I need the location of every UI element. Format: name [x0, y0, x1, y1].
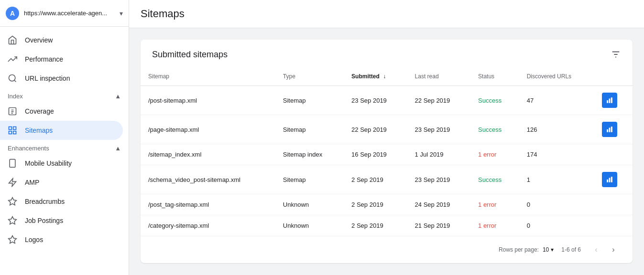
cell-status: Success	[470, 86, 519, 115]
sidebar-overview-label: Overview	[25, 36, 53, 44]
sidebar-dropdown-icon[interactable]: ▾	[120, 10, 123, 17]
rows-per-page-value: 10	[543, 246, 549, 253]
col-actions	[594, 67, 633, 86]
phone-icon	[8, 159, 17, 168]
sidebar-item-performance[interactable]: Performance	[0, 50, 123, 69]
card-header: Submitted sitemaps	[141, 40, 633, 67]
svg-rect-6	[13, 131, 16, 134]
main-content: Sitemaps Submitted sitemaps Sitemap	[129, 0, 644, 275]
next-page-button[interactable]: ›	[606, 242, 621, 257]
svg-rect-21	[611, 127, 612, 132]
sidebar-section-index[interactable]: Index ▲	[0, 88, 129, 102]
cell-type: Sitemap	[275, 86, 344, 115]
page-title: Sitemaps	[141, 8, 185, 20]
prev-page-button[interactable]: ‹	[589, 242, 604, 257]
sidebar-performance-label: Performance	[25, 55, 63, 63]
cell-submitted: 2 Sep 2019	[344, 215, 407, 236]
col-submitted[interactable]: Submitted ↓	[344, 67, 407, 86]
cell-actions	[594, 194, 633, 215]
cell-type: Sitemap	[275, 165, 344, 194]
cell-submitted: 2 Sep 2019	[344, 194, 407, 215]
cell-actions	[594, 115, 633, 144]
cell-last-read: 24 Sep 2019	[407, 194, 470, 215]
rows-per-page: Rows per page: 10 ▾	[499, 246, 554, 253]
sidebar-logos-label: Logos	[25, 236, 43, 243]
svg-rect-7	[10, 159, 15, 168]
table-row: /category-sitemap.xml Unknown 2 Sep 2019…	[141, 215, 633, 236]
chart-button[interactable]	[602, 93, 617, 108]
cell-last-read: 22 Sep 2019	[407, 86, 470, 115]
table-row: /sitemap_index.xml Sitemap index 16 Sep …	[141, 144, 633, 165]
cell-actions	[594, 165, 633, 194]
table-row: /post_tag-sitemap.xml Unknown 2 Sep 2019…	[141, 194, 633, 215]
sidebar-item-mobile-usability[interactable]: Mobile Usability	[0, 154, 123, 173]
cell-status: Success	[470, 115, 519, 144]
sidebar-item-job-postings[interactable]: Job Postings	[0, 211, 123, 230]
enhancements-section-label: Enhancements	[8, 145, 49, 152]
svg-rect-3	[9, 127, 12, 130]
svg-rect-19	[607, 129, 608, 132]
page-nav: ‹ ›	[589, 242, 621, 257]
svg-line-1	[14, 80, 16, 82]
sidebar-coverage-label: Coverage	[25, 107, 54, 115]
col-sitemap: Sitemap	[141, 67, 275, 86]
cell-actions	[594, 215, 633, 236]
cell-last-read: 23 Sep 2019	[407, 165, 470, 194]
cell-status: 1 error	[470, 215, 519, 236]
sidebar-item-amp[interactable]: AMP	[0, 173, 123, 192]
cell-submitted: 2 Sep 2019	[344, 165, 407, 194]
pagination: Rows per page: 10 ▾ 1-6 of 6 ‹ ›	[141, 236, 633, 263]
sidebar: A https://www.accelerate-agen... ▾ Overv…	[0, 0, 129, 275]
document-icon	[8, 106, 17, 116]
sidebar-item-coverage[interactable]: Coverage	[0, 102, 123, 121]
sidebar-url-inspection-label: URL inspection	[25, 74, 70, 82]
col-status: Status	[470, 67, 519, 86]
sidebar-item-url-inspection[interactable]: URL inspection	[0, 69, 123, 88]
sidebar-item-overview[interactable]: Overview	[0, 31, 123, 50]
cell-type: Sitemap	[275, 115, 344, 144]
rows-dropdown-icon: ▾	[551, 246, 554, 253]
svg-marker-9	[9, 179, 16, 187]
cell-discovered-urls: 1	[519, 165, 594, 194]
svg-rect-5	[9, 131, 12, 134]
sidebar-mobile-usability-label: Mobile Usability	[25, 159, 72, 167]
breadcrumbs-icon	[8, 197, 17, 206]
sidebar-item-sitemaps[interactable]: Sitemaps	[0, 121, 123, 140]
chart-button[interactable]	[602, 122, 617, 137]
cell-submitted: 23 Sep 2019	[344, 86, 407, 115]
sidebar-item-breadcrumbs[interactable]: Breadcrumbs	[0, 192, 123, 211]
index-section-label: Index	[8, 93, 23, 100]
svg-rect-18	[611, 97, 612, 103]
sidebar-amp-label: AMP	[25, 179, 39, 186]
sidebar-section-enhancements[interactable]: Enhancements ▲	[0, 140, 129, 154]
svg-rect-16	[607, 100, 608, 103]
cell-submitted: 16 Sep 2019	[344, 144, 407, 165]
main-header: Sitemaps	[129, 0, 644, 28]
cell-status: 1 error	[470, 144, 519, 165]
svg-rect-20	[609, 128, 610, 132]
cell-discovered-urls: 0	[519, 215, 594, 236]
cell-sitemap: /post_tag-sitemap.xml	[141, 194, 275, 215]
sidebar-nav: Overview Performance URL inspection	[0, 27, 129, 253]
svg-rect-24	[611, 177, 612, 182]
table-row: /page-sitemap.xml Sitemap 22 Sep 2019 23…	[141, 115, 633, 144]
cell-status: 1 error	[470, 194, 519, 215]
rows-per-page-label: Rows per page:	[499, 246, 539, 253]
sidebar-sitemaps-label: Sitemaps	[25, 127, 53, 134]
chart-button[interactable]	[602, 172, 617, 187]
svg-marker-10	[9, 198, 17, 205]
cell-discovered-urls: 47	[519, 86, 594, 115]
cell-type: Sitemap index	[275, 144, 344, 165]
rows-per-page-select[interactable]: 10 ▾	[543, 246, 554, 253]
cell-sitemap: /post-sitemap.xml	[141, 86, 275, 115]
filter-icon[interactable]	[611, 49, 621, 60]
sidebar-item-logos[interactable]: Logos	[0, 230, 123, 249]
table-row: /post-sitemap.xml Sitemap 23 Sep 2019 22…	[141, 86, 633, 115]
cell-last-read: 23 Sep 2019	[407, 115, 470, 144]
cell-submitted: 22 Sep 2019	[344, 115, 407, 144]
index-collapse-icon: ▲	[115, 93, 121, 100]
sitemaps-card: Submitted sitemaps Sitemap Type Sub	[141, 40, 633, 263]
enhancements-collapse-icon: ▲	[115, 145, 121, 152]
cell-sitemap: /sitemap_index.xml	[141, 144, 275, 165]
cell-type: Unknown	[275, 194, 344, 215]
